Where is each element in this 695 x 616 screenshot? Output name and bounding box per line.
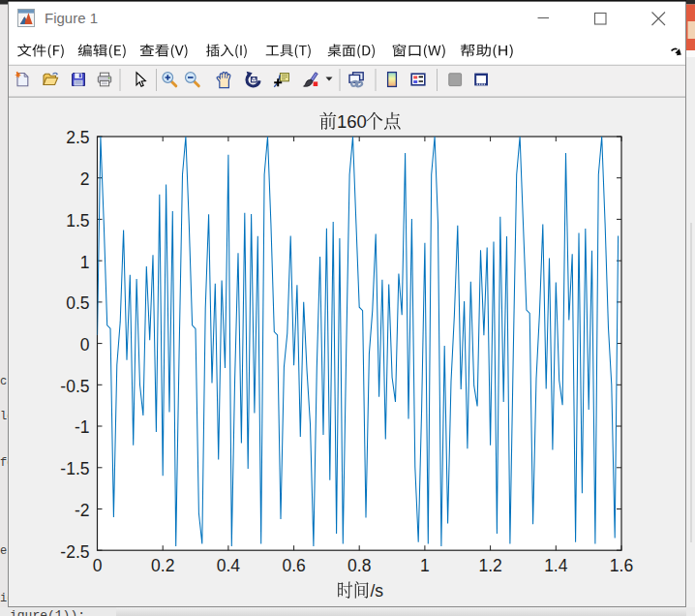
- svg-text:1.4: 1.4: [544, 556, 568, 575]
- svg-text:0.4: 0.4: [217, 556, 241, 575]
- svg-text:-2.5: -2.5: [60, 542, 89, 562]
- svg-text:0.8: 0.8: [348, 556, 371, 575]
- svg-text:-0.5: -0.5: [60, 377, 89, 396]
- svg-text:2.5: 2.5: [66, 128, 89, 147]
- svg-text:0: 0: [93, 556, 103, 575]
- svg-text:1.2: 1.2: [478, 556, 501, 575]
- svg-text:0.5: 0.5: [66, 293, 89, 313]
- svg-text:0.6: 0.6: [282, 556, 305, 575]
- svg-text:igure(1));: igure(1));: [10, 608, 85, 616]
- svg-text:1.5: 1.5: [66, 211, 89, 231]
- svg-text:/s: /s: [371, 581, 384, 601]
- svg-text:0.2: 0.2: [151, 556, 174, 575]
- svg-text:1: 1: [80, 253, 90, 272]
- svg-text:160: 160: [337, 111, 367, 132]
- svg-text:-1: -1: [75, 417, 90, 437]
- svg-text:-2: -2: [75, 501, 90, 520]
- svg-text:-1.5: -1.5: [60, 459, 89, 478]
- svg-text:0: 0: [80, 335, 90, 354]
- svg-text:1: 1: [420, 556, 430, 575]
- svg-text:Figure 1: Figure 1: [45, 10, 98, 26]
- svg-text:2: 2: [80, 169, 90, 189]
- svg-text:1.6: 1.6: [610, 556, 633, 575]
